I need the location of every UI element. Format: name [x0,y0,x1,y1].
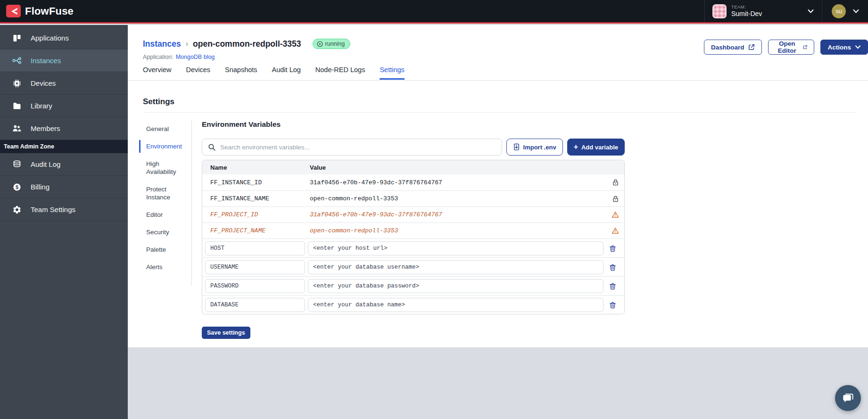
settings-nav-security[interactable]: Security [139,226,186,238]
import-env-button[interactable]: Import .env [506,139,563,156]
sidebar-item-label: Library [31,102,52,110]
open-editor-button[interactable]: Open Editor [768,40,815,55]
gear-icon [12,205,22,214]
sidebar-item-label: Team Settings [31,205,75,214]
sidebar-item-label: Members [31,124,60,132]
add-variable-button[interactable]: + Add variable [567,139,625,156]
status-text: running [325,41,345,47]
sidebar-item-label: Audit Log [31,160,60,168]
tab-overview[interactable]: Overview [143,66,171,80]
table-row-editable [202,276,624,295]
sidebar-item-label: Billing [31,183,50,191]
tab-settings[interactable]: Settings [380,66,404,80]
import-file-icon [513,143,520,151]
env-var-value: 31af0456-e70b-47e9-93dc-37f876764767 [310,211,606,218]
sidebar-item-instances[interactable]: Instances [0,49,128,72]
sidebar-item-library[interactable]: Library [0,95,128,117]
env-var-name-input[interactable] [205,241,305,255]
env-var-value-input[interactable] [308,279,603,293]
sidebar-item-applications[interactable]: Applications [0,27,128,49]
settings-nav-protect-instance[interactable]: Protect Instance [139,183,186,204]
settings-nav: General Environment High Availability Pr… [139,123,188,278]
env-var-name-input[interactable] [205,260,305,274]
table-row-editable [202,257,624,276]
import-env-label: Import .env [523,144,556,151]
tabs-divider [128,80,868,81]
team-switcher[interactable]: TEAM: Sumit-Dev [704,0,822,22]
search-box [202,139,502,156]
settings-nav-environment[interactable]: Environment [139,140,186,153]
table-header: Name Value [202,160,624,174]
flowfuse-logo-icon [6,5,21,17]
users-icon [12,123,22,133]
env-var-name: FF_PROJECT_ID [202,211,310,218]
env-var-value-input[interactable] [308,260,603,274]
user-menu[interactable]: su [822,0,868,22]
settings-nav-palette[interactable]: Palette [139,243,186,256]
instance-tabs: Overview Devices Snapshots Audit Log Nod… [143,66,405,80]
tab-audit-log[interactable]: Audit Log [272,66,301,80]
env-var-value-input[interactable] [308,298,603,312]
sidebar-item-billing[interactable]: $ Billing [0,176,128,198]
sidebar-item-label: Applications [31,34,69,42]
chevron-down-icon [855,45,861,49]
actions-button-label: Actions [827,44,851,51]
header-actions: Dashboard Open Editor Actions [704,40,868,55]
env-var-name-input[interactable] [205,298,305,312]
table-row-editable [202,295,624,314]
application-link[interactable]: MongoDB blog [176,54,215,60]
table-row: FF_INSTANCE_NAME open-common-redpoll-335… [202,190,624,206]
chat-icon [842,392,854,404]
settings-nav-alerts[interactable]: Alerts [139,261,186,273]
delete-variable-button[interactable] [609,245,616,252]
dollar-icon: $ [12,182,22,192]
delete-variable-button[interactable] [609,282,616,290]
env-var-value: 31af0456-e70b-47e9-93dc-37f876764767 [310,179,606,186]
breadcrumb: Instances › open-common-redpoll-3353 run… [143,39,350,49]
env-var-value: open-common-redpoll-3353 [310,227,606,234]
external-link-icon [748,44,755,50]
page-title: open-common-redpoll-3353 [193,39,301,49]
top-bar: FlowFuse TEAM: Sumit-Dev su [0,0,868,24]
team-avatar [712,4,727,18]
env-var-value-input[interactable] [308,241,603,255]
tab-node-red-logs[interactable]: Node-RED Logs [315,66,365,80]
column-header-value: Value [310,164,606,171]
search-input[interactable] [220,144,496,151]
sidebar-item-audit-log[interactable]: Audit Log [0,153,128,176]
env-var-name: FF_INSTANCE_ID [202,179,310,186]
sidebar-item-members[interactable]: Members [0,117,128,140]
settings-nav-high-availability[interactable]: High Availability [139,157,186,178]
plus-icon: + [574,143,578,151]
env-var-value: open-common-redpoll-3353 [310,195,606,202]
delete-variable-button[interactable] [609,263,616,271]
actions-button[interactable]: Actions [820,40,868,55]
tab-snapshots[interactable]: Snapshots [225,66,257,80]
settings-nav-general[interactable]: General [139,123,186,135]
lock-icon [612,195,619,203]
env-var-name: FF_INSTANCE_NAME [202,195,310,202]
database-icon [12,159,22,169]
dashboard-button-label: Dashboard [711,44,744,51]
trash-icon [609,263,616,271]
tab-devices[interactable]: Devices [186,66,210,80]
breadcrumb-instances-link[interactable]: Instances [143,39,181,49]
sidebar-item-devices[interactable]: Devices [0,72,128,95]
breadcrumb-separator: › [186,40,188,48]
user-avatar: su [832,4,846,18]
sidebar-item-team-settings[interactable]: Team Settings [0,198,128,221]
trash-icon [609,245,616,252]
dashboard-button[interactable]: Dashboard [704,40,762,55]
chevron-down-icon [807,7,814,16]
flowfuse-logo[interactable]: FlowFuse [0,5,74,17]
env-var-name-input[interactable] [205,279,305,293]
delete-variable-button[interactable] [609,301,616,309]
table-row: FF_INSTANCE_ID 31af0456-e70b-47e9-93dc-3… [202,174,624,190]
save-settings-button[interactable]: Save settings [202,327,250,339]
settings-nav-editor[interactable]: Editor [139,208,186,221]
chat-widget-button[interactable] [835,385,861,411]
settings-divider [143,112,857,113]
team-label: TEAM: [731,5,802,10]
open-editor-button-label: Open Editor [775,40,800,54]
applications-icon [12,33,22,43]
